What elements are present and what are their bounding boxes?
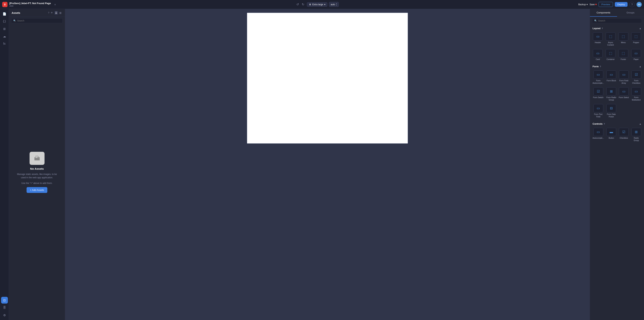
right-search-box: 🔍 bbox=[592, 18, 642, 23]
rail-code-icon[interactable]: {;} bbox=[1, 18, 8, 25]
backup-label: Backup bbox=[578, 3, 586, 6]
comp-item-form-date-picker[interactable]: ⊟ Form Date Picker bbox=[606, 103, 617, 119]
app-title: [ProServ] Jebel-FT: Not Found Page bbox=[9, 2, 51, 5]
deploy-button[interactable]: Deploy bbox=[615, 2, 628, 7]
rail-cloud-icon[interactable]: ☁ bbox=[1, 33, 8, 40]
comp-icon-form-multiselect: ▭ bbox=[632, 87, 641, 95]
viewport-selector[interactable]: 🖥 Extra large ▾ bbox=[307, 2, 328, 7]
rail-components-icon[interactable]: ⊞ bbox=[1, 25, 8, 32]
auto-arrow-down[interactable]: ▼ bbox=[336, 4, 337, 6]
backup-chevron-icon: ▾ bbox=[586, 3, 588, 6]
preview-button[interactable]: Preview bbox=[598, 2, 613, 7]
right-panel-content: Layout ? ▲ ▭ Header ⬚ Async Content ⬚ Me… bbox=[590, 25, 644, 320]
layout-chevron-icon: ▲ bbox=[639, 27, 642, 30]
form-help-icon: ? bbox=[600, 65, 601, 68]
comp-item-card[interactable]: ▭ Card bbox=[592, 48, 604, 61]
comp-icon-radio-group: ⊞ bbox=[632, 128, 641, 136]
viewport-chevron-icon: ▾ bbox=[324, 3, 325, 6]
comp-item-header[interactable]: ▭ Header bbox=[592, 31, 604, 47]
grid-view-button[interactable]: ⊞ bbox=[58, 11, 62, 15]
comp-item-checkbox[interactable]: ☑ Checkbox bbox=[618, 127, 630, 142]
rail-assets-icon[interactable]: ⊡ bbox=[1, 297, 8, 304]
no-assets-title: No Assets bbox=[30, 167, 44, 170]
assets-help-icon[interactable]: ? bbox=[48, 11, 50, 14]
title-chevron-icon[interactable]: ∧ bbox=[54, 3, 56, 6]
rail-pages-icon[interactable]: 📄 bbox=[1, 10, 8, 17]
controls-section-header[interactable]: Controls ? ▲ bbox=[590, 121, 644, 126]
form-component-grid: ▭ Form Autocomple... ▭ Form Block ▭ Form… bbox=[590, 69, 644, 121]
comp-item-form-field-array[interactable]: ▭ Form Field Array bbox=[618, 70, 630, 85]
comp-item-paper[interactable]: ▭ Paper bbox=[630, 48, 642, 61]
assets-search-input[interactable] bbox=[17, 19, 60, 22]
help-button[interactable]: ? bbox=[630, 2, 635, 7]
comp-label-footer: Footer bbox=[620, 58, 626, 60]
topbar: 8 [ProServ] Jebel-FT: Not Found Page /40… bbox=[0, 0, 644, 9]
comp-item-autocomplete[interactable]: ▭ Autocomple... bbox=[592, 127, 604, 142]
comp-item-footer[interactable]: ⬚ Footer bbox=[618, 48, 629, 61]
avatar[interactable]: SS bbox=[636, 2, 642, 7]
assets-panel: Assets ? + ☰ ⊞ 🔍 🏔 No Assets Manage stat… bbox=[9, 9, 65, 320]
save-dot bbox=[595, 4, 597, 5]
app-title-block: [ProServ] Jebel-FT: Not Found Page /404 bbox=[9, 2, 51, 7]
comp-item-form-checkbox[interactable]: ☑ Form Checkbox bbox=[631, 70, 642, 85]
comp-item-form-switch[interactable]: ☑ Form Switch bbox=[592, 86, 604, 102]
view-toggle: ☰ ⊞ bbox=[54, 11, 62, 15]
comp-item-form-text-field[interactable]: ▭ Form Text Field bbox=[592, 103, 604, 119]
comp-label-async-content: Async Content bbox=[605, 41, 616, 46]
comp-item-container[interactable]: ⬚ Container bbox=[605, 48, 616, 61]
comp-item-radio-group[interactable]: ⊞ Radio Group bbox=[631, 127, 642, 142]
add-assets-button[interactable]: + Add Assets bbox=[26, 187, 48, 193]
comp-label-popper: Popper bbox=[633, 41, 639, 44]
comp-item-form-select[interactable]: ▭ Form Select bbox=[618, 86, 630, 102]
assets-content: 🏔 No Assets Manage static assets, like i… bbox=[9, 25, 65, 320]
backup-button[interactable]: Backup ▾ bbox=[578, 3, 588, 6]
comp-item-async-content[interactable]: ⬚ Async Content bbox=[605, 31, 616, 47]
redo-button[interactable]: ↻ bbox=[301, 2, 305, 7]
rail-fx-icon[interactable]: fx bbox=[1, 40, 8, 47]
main-layout: 📄 {;} ⊞ ☁ fx ⊡ 🗄 ⚙ Assets ? + ☰ ⊞ 🔍 🏔 N bbox=[0, 9, 644, 320]
comp-item-menu[interactable]: ⬚ Menu bbox=[618, 31, 629, 47]
comp-item-form-autocomplete[interactable]: ▭ Form Autocomple... bbox=[592, 70, 604, 85]
undo-button[interactable]: ↺ bbox=[295, 2, 300, 7]
app-badge: 8 bbox=[2, 2, 8, 7]
comp-icon-checkbox: ☑ bbox=[619, 128, 629, 136]
assets-title: Assets bbox=[12, 11, 46, 14]
canvas-area[interactable] bbox=[65, 9, 590, 320]
auto-arrow-up[interactable]: ▲ bbox=[336, 3, 337, 4]
comp-label-form-select: Form Select bbox=[619, 96, 629, 99]
comp-label-paper: Paper bbox=[634, 58, 639, 60]
layout-help-icon: ? bbox=[602, 27, 603, 29]
form-section-header[interactable]: Form ? ▲ bbox=[590, 63, 644, 69]
viewport-label: Extra large bbox=[312, 3, 323, 6]
comp-icon-form-date-picker: ⊟ bbox=[606, 104, 616, 112]
rail-settings-icon[interactable]: ⚙ bbox=[1, 312, 8, 319]
comp-label-button: Button bbox=[609, 137, 614, 139]
assets-add-button[interactable]: + bbox=[51, 11, 53, 15]
controls-component-grid: ▭ Autocomple... ▬ Button ☑ Checkbox ⊞ Ra… bbox=[590, 126, 644, 145]
comp-label-form-date-picker: Form Date Picker bbox=[606, 113, 616, 118]
comp-icon-form-select: ▭ bbox=[619, 87, 629, 95]
save-button[interactable]: Save bbox=[590, 3, 597, 6]
comp-icon-button: ▬ bbox=[606, 128, 616, 136]
comp-icon-autocomplete: ▭ bbox=[594, 128, 603, 136]
tab-components[interactable]: Components bbox=[590, 9, 617, 17]
comp-item-form-radio-group[interactable]: ⊞ Form Radio Group bbox=[606, 86, 617, 102]
tab-groups[interactable]: Groups bbox=[617, 9, 644, 17]
layout-component-grid: ▭ Header ⬚ Async Content ⬚ Menu ⬚ Popper… bbox=[590, 30, 644, 63]
form-chevron-icon: ▲ bbox=[639, 65, 642, 68]
save-label: Save bbox=[590, 3, 594, 6]
comp-item-button[interactable]: ▬ Button bbox=[606, 127, 617, 142]
auto-arrows: ▲ ▼ bbox=[336, 3, 337, 6]
right-panel: Components Groups 🔍 Layout ? ▲ ▭ Header … bbox=[590, 9, 644, 320]
comp-label-form-text-field: Form Text Field bbox=[592, 113, 604, 118]
right-search-input[interactable] bbox=[598, 19, 640, 22]
comp-item-popper[interactable]: ⬚ Popper bbox=[630, 31, 642, 47]
comp-item-form-multiselect[interactable]: ▭ Form Multiselect bbox=[631, 86, 642, 102]
comp-item-form-block[interactable]: ▭ Form Block bbox=[606, 70, 617, 85]
comp-icon-card: ▭ bbox=[593, 49, 603, 57]
rail-database-icon[interactable]: 🗄 bbox=[1, 304, 8, 311]
layout-section-header[interactable]: Layout ? ▲ bbox=[590, 25, 644, 30]
comp-icon-async-content: ⬚ bbox=[606, 32, 615, 40]
list-view-button[interactable]: ☰ bbox=[54, 11, 58, 15]
controls-help-icon: ? bbox=[604, 123, 605, 125]
